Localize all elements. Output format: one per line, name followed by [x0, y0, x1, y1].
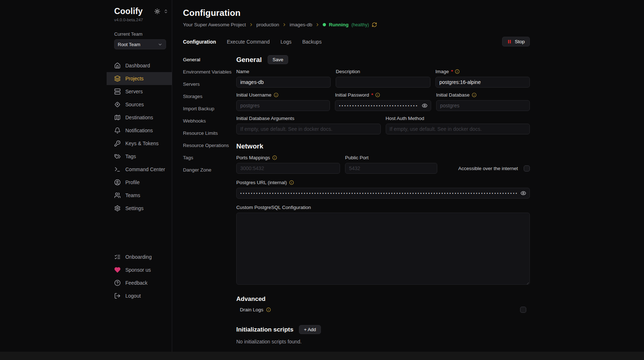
tags-icon: [114, 153, 121, 160]
public-port-input[interactable]: [345, 163, 437, 174]
terminal-icon: [114, 166, 121, 173]
info-icon[interactable]: [272, 155, 277, 160]
sidebar-item-onboarding[interactable]: Onboarding: [107, 250, 172, 263]
breadcrumb-project[interactable]: Your Super Awesome Project: [183, 22, 246, 27]
sidebar-item-destinations[interactable]: Destinations: [107, 111, 172, 124]
drain-logs-checkbox[interactable]: [520, 307, 526, 313]
subnav-environment-variables[interactable]: Environment Variables: [183, 69, 236, 75]
save-button[interactable]: Save: [268, 55, 289, 64]
masked-postgres-url: ••••••••••••••••••••••••••••••••••••••••…: [240, 191, 517, 195]
initial-username-input[interactable]: [236, 100, 330, 111]
main-content: Configuration Your Super Awesome Project…: [173, 0, 644, 352]
key-icon: [114, 140, 121, 147]
chevron-right-icon: [282, 22, 287, 27]
subnav-import-backup[interactable]: Import Backup: [183, 106, 236, 112]
sidebar-nav: Dashboard Projects Servers Sources Desti…: [107, 59, 172, 302]
sidebar-item-dashboard[interactable]: Dashboard: [107, 59, 172, 72]
subnav-servers[interactable]: Servers: [183, 81, 236, 88]
sidebar-item-command-center[interactable]: Command Center: [107, 163, 172, 176]
info-icon[interactable]: [289, 180, 294, 185]
initial-db-args-input[interactable]: [236, 124, 381, 134]
initial-db-args-label: Initial Database Arguments: [236, 116, 294, 121]
chevron-right-icon: [315, 22, 320, 27]
postgres-url-field[interactable]: ••••••••••••••••••••••••••••••••••••••••…: [236, 188, 530, 199]
breadcrumb-environment[interactable]: production: [256, 22, 279, 27]
required-mark: *: [371, 92, 373, 98]
name-label: Name: [236, 69, 249, 74]
description-label: Description: [336, 69, 360, 74]
subnav-tags[interactable]: Tags: [183, 155, 236, 161]
sidebar-item-feedback[interactable]: Feedback: [107, 276, 172, 289]
host-auth-method-input[interactable]: [386, 124, 530, 134]
sidebar-item-servers[interactable]: Servers: [107, 85, 172, 98]
sidebar-spacer: [107, 215, 172, 250]
initial-username-label: Initial Username: [236, 92, 272, 98]
tab-logs[interactable]: Logs: [281, 39, 291, 45]
info-icon[interactable]: [375, 93, 380, 97]
image-input[interactable]: [435, 77, 530, 88]
chevron-down-icon: [158, 42, 162, 47]
ports-mappings-input[interactable]: [236, 163, 340, 174]
info-icon[interactable]: [472, 93, 477, 97]
host-auth-method-label: Host Auth Method: [386, 116, 424, 121]
refresh-icon[interactable]: [372, 22, 377, 27]
sidebar-item-logout[interactable]: Logout: [107, 289, 172, 302]
info-icon[interactable]: [455, 69, 460, 74]
app-logo: Coolify: [114, 6, 143, 16]
public-port-label: Public Port: [345, 155, 368, 160]
logout-icon: [114, 293, 121, 299]
required-mark: *: [451, 69, 453, 74]
init-scripts-empty-text: No initialization scripts found.: [236, 339, 530, 345]
page-title: Configuration: [183, 8, 644, 18]
subnav-danger-zone[interactable]: Danger Zone: [183, 167, 236, 173]
subnav-storages[interactable]: Storages: [183, 93, 236, 100]
postgres-url-label: Postgres URL (internal): [236, 180, 287, 185]
sidebar-item-tags[interactable]: Tags: [107, 150, 172, 163]
user-circle-icon: [114, 179, 121, 186]
team-select[interactable]: Root Team: [114, 39, 166, 49]
breadcrumb-resource[interactable]: images-db: [290, 22, 312, 27]
sidebar-collapse-icon[interactable]: [164, 9, 168, 14]
info-icon[interactable]: [274, 93, 278, 97]
status-dot: [323, 23, 326, 26]
sidebar-item-teams[interactable]: Teams: [107, 189, 172, 202]
sidebar-item-sources[interactable]: Sources: [107, 98, 172, 111]
subnav-webhooks[interactable]: Webhooks: [183, 118, 236, 124]
initial-database-label: Initial Database: [436, 92, 470, 98]
description-input[interactable]: [336, 77, 430, 88]
checklist-icon: [114, 254, 121, 260]
name-input[interactable]: [236, 77, 331, 88]
tab-configuration[interactable]: Configuration: [183, 39, 216, 45]
initial-database-input[interactable]: [436, 100, 530, 111]
general-section-title: General: [236, 56, 262, 64]
map-icon: [114, 114, 121, 121]
accessible-internet-label: Accessible over the internet: [458, 166, 518, 171]
tab-backups[interactable]: Backups: [302, 39, 322, 45]
add-script-button[interactable]: + Add: [299, 325, 321, 334]
team-select-value: Root Team: [118, 42, 140, 47]
info-icon[interactable]: [266, 307, 271, 312]
sidebar-item-notifications[interactable]: Notifications: [107, 124, 172, 137]
sidebar-item-settings[interactable]: Settings: [107, 202, 172, 215]
custom-postgresql-configuration-textarea[interactable]: [236, 213, 530, 285]
eye-icon[interactable]: [422, 103, 428, 108]
eye-icon[interactable]: [520, 190, 526, 196]
stop-button[interactable]: Stop: [502, 37, 530, 46]
initial-password-input[interactable]: ••••••••••••••••••••••••••••••: [335, 100, 431, 111]
sidebar-item-projects[interactable]: Projects: [107, 72, 172, 85]
sidebar-item-sponsor[interactable]: Sponsor us: [107, 263, 172, 276]
subnav-resource-limits[interactable]: Resource Limits: [183, 130, 236, 137]
image-label: Image: [435, 69, 449, 74]
app-version: v4.0.0-beta.247: [107, 18, 172, 22]
status-detail: (healthy): [352, 22, 369, 27]
theme-toggle-icon[interactable]: [154, 8, 160, 14]
page-bottom-strip: [0, 352, 644, 360]
subnav-general[interactable]: General: [183, 57, 236, 63]
accessible-internet-checkbox[interactable]: [524, 165, 530, 172]
sidebar-item-profile[interactable]: Profile: [107, 176, 172, 189]
subnav-resource-operations[interactable]: Resource Operations: [183, 142, 236, 149]
tab-execute-command[interactable]: Execute Command: [227, 39, 270, 45]
status-state: Running: [329, 22, 349, 27]
bell-icon: [114, 127, 121, 134]
sidebar-item-keys-tokens[interactable]: Keys & Tokens: [107, 137, 172, 150]
